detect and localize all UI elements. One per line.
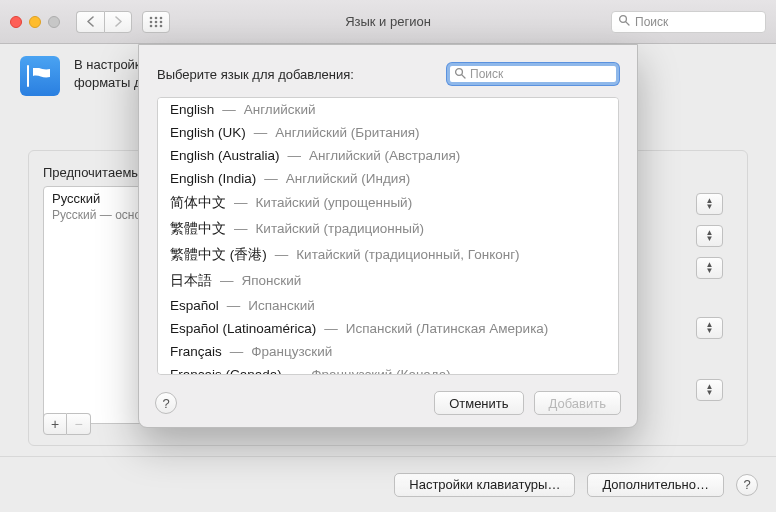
language-native: English (Australia): [170, 148, 280, 163]
sheet-help-button[interactable]: ?: [155, 392, 177, 414]
dash: —: [288, 148, 302, 163]
language-translated: Китайский (упрощенный): [256, 195, 413, 210]
titlebar: Язык и регион: [0, 0, 776, 44]
dash: —: [275, 247, 289, 262]
language-row[interactable]: English (India)—Английский (Индия): [158, 167, 618, 190]
svg-point-6: [150, 24, 153, 27]
dash: —: [264, 171, 278, 186]
language-native: English: [170, 102, 214, 117]
add-remove-group: + −: [43, 413, 91, 435]
language-list[interactable]: English—АнглийскийEnglish (UK)—Английски…: [157, 97, 619, 375]
dropdown-stepper[interactable]: [696, 193, 723, 215]
language-translated: Французский (Канада): [311, 367, 450, 375]
language-translated: Французский: [251, 344, 332, 359]
language-native: Français: [170, 344, 222, 359]
language-translated: Английский: [244, 102, 316, 117]
language-row[interactable]: Français (Canada)—Французский (Канада): [158, 363, 618, 375]
language-translated: Английский (Австралия): [309, 148, 460, 163]
language-row[interactable]: Español—Испанский: [158, 294, 618, 317]
help-button[interactable]: ?: [736, 474, 758, 496]
svg-point-5: [160, 20, 163, 23]
language-row[interactable]: 繁體中文 (香港)—Китайский (традиционный, Гонко…: [158, 242, 618, 268]
sheet-prompt: Выберите язык для добавления:: [157, 67, 354, 82]
language-native: 日本語: [170, 272, 212, 290]
language-native: 繁體中文: [170, 220, 226, 238]
dash: —: [230, 344, 244, 359]
dropdown-stepper[interactable]: [696, 225, 723, 247]
back-button[interactable]: [76, 11, 104, 33]
language-row[interactable]: English—Английский: [158, 98, 618, 121]
dropdown-stepper[interactable]: [696, 317, 723, 339]
language-region-icon: [20, 56, 60, 96]
advanced-button[interactable]: Дополнительно…: [587, 473, 724, 497]
language-native: Español: [170, 298, 219, 313]
zoom-window: [48, 16, 60, 28]
language-row[interactable]: 简体中文—Китайский (упрощенный): [158, 190, 618, 216]
language-translated: Японский: [242, 273, 302, 288]
remove-language-button[interactable]: −: [67, 413, 91, 435]
show-all-button[interactable]: [142, 11, 170, 33]
language-translated: Китайский (традиционный): [256, 221, 425, 236]
svg-point-8: [160, 24, 163, 27]
svg-line-10: [626, 22, 629, 25]
language-native: 简体中文: [170, 194, 226, 212]
dash: —: [220, 273, 234, 288]
language-translated: Английский (Индия): [286, 171, 410, 186]
svg-point-2: [160, 16, 163, 19]
language-native: Español (Latinoamérica): [170, 321, 316, 336]
add-button[interactable]: Добавить: [534, 391, 621, 415]
add-language-button[interactable]: +: [43, 413, 67, 435]
language-native: 繁體中文 (香港): [170, 246, 267, 264]
language-row[interactable]: 繁體中文—Китайский (традиционный): [158, 216, 618, 242]
toolbar-search[interactable]: [611, 11, 766, 33]
language-row[interactable]: English (UK)—Английский (Британия): [158, 121, 618, 144]
language-translated: Испанский (Латинская Америка): [346, 321, 549, 336]
language-row[interactable]: Español (Latinoamérica)—Испанский (Латин…: [158, 317, 618, 340]
keyboard-settings-button[interactable]: Настройки клавиатуры…: [394, 473, 575, 497]
language-row[interactable]: 日本語—Японский: [158, 268, 618, 294]
add-language-sheet: Выберите язык для добавления: English—Ан…: [138, 44, 638, 428]
nav-arrows: [76, 11, 132, 33]
forward-button[interactable]: [104, 11, 132, 33]
sheet-search-input[interactable]: [470, 67, 612, 81]
cancel-button[interactable]: Отменить: [434, 391, 523, 415]
dropdown-stepper[interactable]: [696, 379, 723, 401]
dash: —: [227, 298, 241, 313]
language-native: English (India): [170, 171, 256, 186]
svg-point-0: [150, 16, 153, 19]
language-row[interactable]: English (Australia)—Английский (Австрали…: [158, 144, 618, 167]
svg-point-1: [155, 16, 158, 19]
language-row[interactable]: Français—Французский: [158, 340, 618, 363]
dash: —: [324, 321, 338, 336]
dash: —: [222, 102, 236, 117]
window-controls: [10, 16, 60, 28]
dash: —: [290, 367, 304, 375]
svg-point-3: [150, 20, 153, 23]
toolbar-search-input[interactable]: [635, 15, 759, 29]
close-window[interactable]: [10, 16, 22, 28]
language-translated: Английский (Британия): [275, 125, 419, 140]
footer: Настройки клавиатуры… Дополнительно… ?: [0, 456, 776, 512]
svg-point-7: [155, 24, 158, 27]
search-icon: [618, 14, 630, 29]
language-translated: Испанский: [248, 298, 314, 313]
language-translated: Китайский (традиционный, Гонконг): [296, 247, 519, 262]
sheet-search[interactable]: [447, 63, 619, 85]
search-icon: [454, 67, 466, 82]
svg-line-12: [462, 74, 465, 77]
minimize-window[interactable]: [29, 16, 41, 28]
dash: —: [254, 125, 268, 140]
svg-point-4: [155, 20, 158, 23]
language-native: Français (Canada): [170, 367, 282, 375]
dash: —: [234, 221, 248, 236]
dash: —: [234, 195, 248, 210]
dropdown-stepper[interactable]: [696, 257, 723, 279]
language-native: English (UK): [170, 125, 246, 140]
